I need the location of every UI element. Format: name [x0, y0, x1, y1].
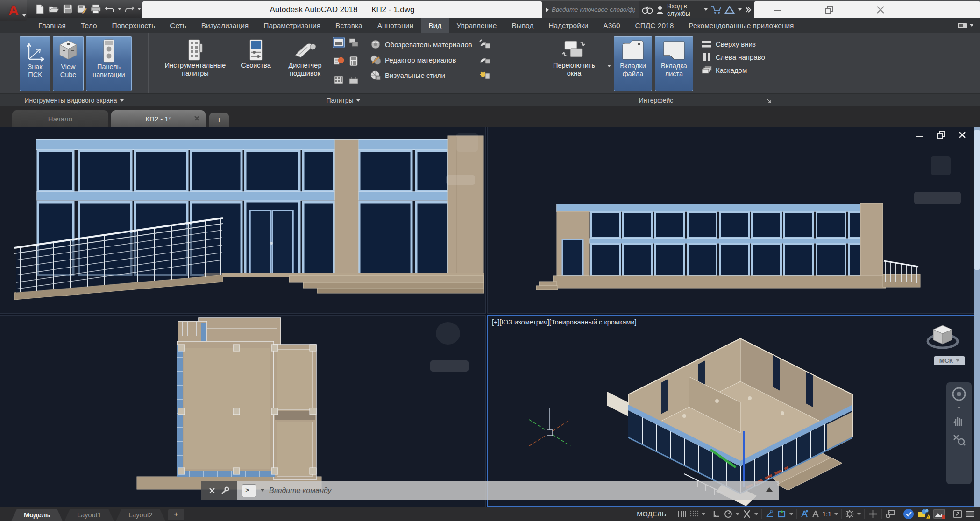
search-arrow-icon[interactable] [546, 7, 549, 12]
lights-icon[interactable] [479, 70, 491, 80]
viewcube-faded-icon[interactable] [456, 133, 478, 152]
doc-close-icon[interactable] [958, 131, 966, 139]
navigation-bar[interactable] [946, 382, 972, 484]
status-customize-icon[interactable] [966, 510, 975, 518]
doc-restore-icon[interactable] [937, 131, 946, 139]
signin-person-icon[interactable] [656, 6, 664, 14]
panel-label-viewport-tools[interactable]: Инструменты видового экрана [0, 96, 148, 105]
a360-icon[interactable] [724, 6, 735, 14]
search-binoculars-icon[interactable] [642, 6, 653, 14]
tab-telo[interactable]: Тело [73, 18, 105, 33]
command-wrench-icon[interactable] [221, 486, 229, 495]
switch-windows-button[interactable]: Переключить окна [544, 36, 604, 91]
tab-nadstroyki[interactable]: Надстройки [541, 18, 596, 33]
signin-label[interactable]: Вход в службы [667, 2, 701, 17]
quickcalc-icon[interactable] [348, 56, 360, 67]
wcs-selector[interactable]: МСК [934, 356, 965, 365]
materials-browser-button[interactable]: Обозреватель материалов [370, 39, 472, 50]
minimize-icon[interactable] [773, 6, 783, 14]
plot-icon[interactable] [90, 3, 102, 15]
annotation-autoscale-icon[interactable] [811, 509, 820, 519]
designcenter-icon[interactable] [333, 56, 345, 67]
tab-vid[interactable]: Вид [421, 18, 449, 33]
viewport-side-elevation[interactable] [487, 127, 980, 314]
undo-icon[interactable] [104, 3, 116, 15]
cascade-windows-button[interactable]: Каскадом [702, 66, 765, 74]
switch-windows-caret-icon[interactable] [607, 65, 611, 67]
dialog-launcher-icon[interactable] [766, 98, 772, 104]
viewport-label[interactable]: [+][ЮЗ изометрия][Тонированный с кромкам… [492, 318, 637, 326]
tab-poverhnost[interactable]: Поверхность [105, 18, 163, 33]
vertical-scrollbar[interactable] [974, 127, 980, 507]
command-input[interactable]: >_ Введите команду [237, 481, 779, 500]
pan-hand-icon[interactable] [952, 414, 966, 428]
annotation-scale-value[interactable]: 1:1 [823, 510, 831, 518]
workspace-gear-icon[interactable] [845, 509, 854, 519]
navigation-bar-toggle-button[interactable]: Панель навигации [86, 36, 132, 91]
new-file-tab-button[interactable]: + [209, 113, 229, 127]
panel-label-interface[interactable]: Интерфейс [538, 96, 774, 105]
zoom-extents-icon[interactable] [952, 432, 966, 446]
file-tab-document[interactable]: КП2 - 1* [111, 110, 206, 127]
ucs-icon-button[interactable]: Знак ПСК [20, 36, 50, 91]
isolate-objects-icon[interactable] [868, 509, 878, 519]
viewcube[interactable] [926, 323, 959, 352]
new-layout-button[interactable]: + [168, 509, 184, 520]
navbar-caret-icon[interactable] [957, 407, 961, 409]
command-recent-caret-icon[interactable] [261, 489, 264, 492]
snap-caret-icon[interactable] [702, 513, 705, 515]
layout-tab-layout1[interactable]: Layout1 [64, 509, 114, 521]
open-file-icon[interactable] [48, 3, 60, 15]
annotation-visibility-icon[interactable] [800, 509, 809, 519]
visual-styles-button[interactable]: Визуальные стили [370, 70, 472, 81]
exchange-cart-icon[interactable] [711, 5, 721, 14]
wcs-pill-faded[interactable] [914, 192, 961, 204]
trusted-autoloader-icon[interactable] [917, 508, 930, 520]
layout-tab-model[interactable]: Модель [11, 509, 63, 521]
tab-spds[interactable]: СПДС 2018 [628, 18, 682, 33]
command-line-palette-icon[interactable] [333, 37, 345, 48]
tile-vertically-button[interactable]: Слева направо [702, 53, 765, 61]
object-snap-icon[interactable] [777, 510, 787, 518]
viewcube-faded-icon[interactable] [436, 322, 460, 345]
sheet-set-manager-button[interactable]: Диспетчер подшивок [279, 36, 331, 91]
command-prompt-icon[interactable]: >_ [242, 484, 256, 497]
navigation-wheel-icon[interactable] [951, 386, 967, 402]
viewport-floor-plan[interactable] [0, 315, 486, 507]
tab-annotacii[interactable]: Аннотации [370, 18, 421, 33]
layer-states-icon[interactable] [348, 37, 360, 48]
object-snap-tracking-icon[interactable] [765, 510, 774, 518]
tile-horizontally-button[interactable]: Сверху вниз [702, 40, 765, 48]
tab-glavnaya[interactable]: Главная [31, 18, 73, 33]
undo-caret-icon[interactable] [118, 8, 121, 10]
snap-mode-icon[interactable] [689, 510, 699, 518]
file-tab-start[interactable]: Начало [12, 110, 108, 127]
materials-editor-button[interactable]: Редактор материалов [370, 54, 472, 65]
ortho-mode-icon[interactable] [712, 510, 721, 518]
tab-vyvod[interactable]: Вывод [504, 18, 541, 33]
panel-label-palettes[interactable]: Палитры [149, 96, 538, 105]
tool-palettes-button[interactable]: Инструментальные палитры [158, 36, 233, 91]
tab-recommended-apps[interactable]: Рекомендованные приложения [681, 18, 801, 33]
doc-minimize-icon[interactable] [915, 131, 924, 139]
command-close-icon[interactable] [209, 487, 215, 494]
tab-vstavka[interactable]: Вставка [328, 18, 370, 33]
grid-display-icon[interactable] [677, 510, 687, 518]
graphics-performance-icon[interactable] [885, 509, 895, 519]
isodraft-icon[interactable] [742, 509, 752, 519]
a360-caret-icon[interactable] [738, 8, 742, 11]
tab-upravlenie[interactable]: Управление [449, 18, 504, 33]
status-expand-icon[interactable] [952, 510, 963, 518]
wcs-pill-faded[interactable] [430, 360, 469, 372]
ribbon-minimize-control[interactable] [957, 18, 973, 33]
redo-icon[interactable] [123, 3, 135, 15]
signin-caret-icon[interactable] [704, 8, 708, 11]
command-line-grip[interactable] [201, 481, 237, 500]
viewport-isometric-active[interactable]: [+][ЮЗ изометрия][Тонированный с кромкам… [487, 315, 980, 507]
polar-caret-icon[interactable] [736, 513, 739, 515]
viewcube-faded-icon[interactable] [931, 156, 951, 175]
viewcube-toggle-button[interactable]: View Cube [53, 36, 84, 91]
layout-tab-layout2[interactable]: Layout2 [116, 509, 165, 521]
close-icon[interactable] [876, 6, 886, 14]
workspace-caret-icon[interactable] [857, 513, 861, 515]
